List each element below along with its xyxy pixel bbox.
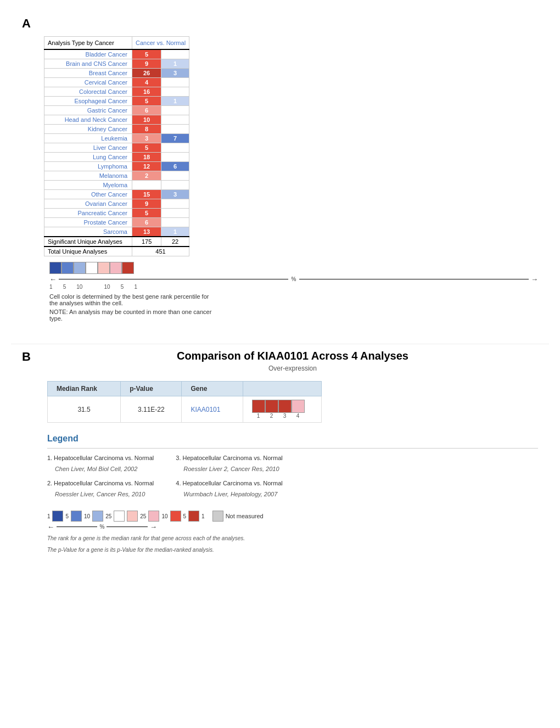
strip-lbl-10b: 10	[161, 513, 167, 519]
table-row: Breast Cancer263	[44, 69, 189, 78]
legend-hr	[47, 448, 538, 449]
footer-row-1: Significant Unique Analyses17522	[44, 237, 189, 247]
val1: 15	[132, 190, 161, 199]
strip-lbl-25: 25	[105, 513, 111, 519]
section-b: B Comparison of KIAA0101 Across 4 Analys…	[11, 344, 549, 558]
table-row: Other Cancer153	[44, 190, 189, 199]
legend-item: 3. Hepatocellular Carcinoma vs. NormalRo…	[176, 453, 282, 475]
cancer-name: Head and Neck Cancer	[44, 115, 132, 125]
cell-num: 4	[292, 413, 305, 419]
footnote2: The p-Value for a gene is its p-Value fo…	[47, 547, 538, 553]
cancer-name: Prostate Cancer	[44, 218, 132, 227]
val1: 12	[132, 162, 161, 171]
comparison-cell	[278, 400, 292, 413]
b-color-pink	[148, 511, 159, 522]
cell-num: 3	[278, 413, 292, 419]
col2-header: Cancer vs. Normal	[132, 37, 189, 50]
cell-row	[252, 400, 312, 413]
legend-col-right: 3. Hepatocellular Carcinoma vs. NormalRo…	[176, 453, 282, 503]
footnote1: The rank for a gene is the median rank f…	[47, 535, 538, 541]
comparison-table: Median Rank p-Value Gene 31.5 3.11E-22 K…	[47, 381, 322, 423]
table-row: Gastric Cancer6	[44, 106, 189, 115]
val2	[161, 153, 189, 162]
legend-note2: NOTE: An analysis may be counted in more…	[49, 309, 214, 322]
cell-squares: 1234	[252, 400, 312, 419]
table-row: Colorectal Cancer16	[44, 87, 189, 97]
val2	[161, 125, 189, 134]
section-b-subtitle: Over-expression	[47, 365, 538, 372]
table-row: Sarcoma131	[44, 227, 189, 237]
val1: 6	[132, 218, 161, 227]
val2	[161, 199, 189, 209]
cell-num: 2	[265, 413, 278, 419]
section-b-content: Comparison of KIAA0101 Across 4 Analyses…	[47, 350, 538, 553]
median-rank-value: 31.5	[47, 396, 120, 423]
legend-nums-a: 15101051	[49, 284, 137, 290]
strip-lbl-25b: 25	[140, 513, 146, 519]
table-row: Ovarian Cancer9	[44, 199, 189, 209]
cancer-name: Kidney Cancer	[44, 125, 132, 134]
color-box-blue-mid	[61, 262, 74, 274]
cancer-name: Esophageal Cancer	[44, 97, 132, 106]
comparison-cell	[292, 400, 305, 413]
cancer-name: Lung Cancer	[44, 153, 132, 162]
color-box-white	[86, 262, 98, 274]
table-row: Melanoma2	[44, 171, 189, 181]
legend-item-source: Chen Liver, Mol Biol Cell, 2002	[55, 464, 154, 475]
table-row: Lymphoma126	[44, 162, 189, 171]
val2: 3	[161, 69, 189, 78]
section-b-label: B	[22, 350, 31, 364]
b-legend-strip: 1 5 10 25 25 10 5 1 Not measured	[47, 511, 538, 522]
col1-header: Analysis Type by Cancer	[44, 37, 132, 50]
strip-lbl-1: 1	[47, 513, 51, 519]
cancer-name: Pancreatic Cancer	[44, 209, 132, 218]
cancer-name: Cervical Cancer	[44, 78, 132, 87]
cancer-name: Lymphoma	[44, 162, 132, 171]
color-box-red-dark	[122, 262, 134, 274]
b-arrow-row: ← % →	[47, 523, 157, 531]
col-median-rank: Median Rank	[47, 382, 120, 396]
val2	[161, 143, 189, 153]
val2	[161, 49, 189, 59]
comparison-row: 31.5 3.11E-22 KIAA0101 1234	[47, 396, 321, 423]
legend-item-num: 1. Hepatocellular Carcinoma vs. Normal	[47, 453, 154, 464]
section-a-label: A	[22, 16, 31, 31]
val2: 3	[161, 190, 189, 199]
val1: 26	[132, 69, 161, 78]
val2	[161, 87, 189, 97]
table-row: Prostate Cancer6	[44, 218, 189, 227]
legend-item: 4. Hepatocellular Carcinoma vs. NormalWu…	[176, 478, 282, 500]
val2: 1	[161, 59, 189, 69]
legend-item-source: Roessler Liver 2, Cancer Res, 2010	[183, 464, 282, 475]
legend-arrow-a: ← % →	[49, 275, 538, 283]
val2: 6	[161, 162, 189, 171]
cancer-name: Leukemia	[44, 134, 132, 143]
gene-link[interactable]: KIAA0101	[191, 406, 220, 413]
color-box-pink	[110, 262, 122, 274]
gene-value[interactable]: KIAA0101	[182, 396, 243, 423]
strip-lbl-5b: 5	[183, 513, 187, 519]
footer2-label: Total Unique Analyses	[44, 247, 132, 256]
legend-section: Legend 1. Hepatocellular Carcinoma vs. N…	[47, 434, 538, 503]
legend-item-num: 2. Hepatocellular Carcinoma vs. Normal	[47, 478, 154, 489]
table-row: Leukemia37	[44, 134, 189, 143]
col-gene: Gene	[182, 382, 243, 396]
b-color-red-dark	[188, 511, 199, 522]
footer-row-2: Total Unique Analyses451	[44, 247, 189, 256]
val1: 5	[132, 49, 161, 59]
pvalue-value: 3.11E-22	[121, 396, 182, 423]
val2	[161, 106, 189, 115]
strip-lbl-5: 5	[65, 513, 69, 519]
table-row: Liver Cancer5	[44, 143, 189, 153]
val1: 5	[132, 209, 161, 218]
not-measured-label: Not measured	[226, 513, 264, 519]
table-row: Brain and CNS Cancer91	[44, 59, 189, 69]
comparison-cell	[252, 400, 265, 413]
footer1-label: Significant Unique Analyses	[44, 237, 132, 247]
legend-item-source: Roessler Liver, Cancer Res, 2010	[55, 489, 154, 500]
color-box-red-pale	[98, 262, 110, 274]
cell-num: 1	[252, 413, 265, 419]
legend-item-source: Wurmbach Liver, Hepatology, 2007	[183, 489, 282, 500]
b-color-red-mid	[170, 511, 181, 522]
table-wrapper: Analysis Type by Cancer Cancer vs. Norma…	[44, 36, 538, 322]
